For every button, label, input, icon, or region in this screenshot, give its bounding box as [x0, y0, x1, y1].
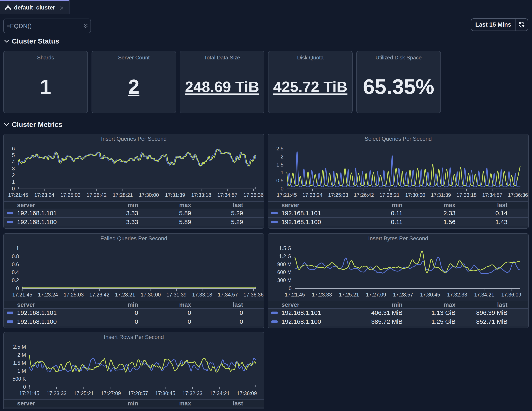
svg-text:1.2 G: 1.2 G — [279, 253, 292, 259]
svg-text:2: 2 — [281, 154, 284, 159]
svg-text:17:31:39: 17:31:39 — [165, 192, 185, 198]
svg-text:17:23:33: 17:23:33 — [46, 390, 66, 396]
svg-text:17:21:45: 17:21:45 — [8, 192, 28, 198]
svg-text:1: 1 — [16, 245, 19, 251]
svg-text:17:33:18: 17:33:18 — [191, 192, 211, 198]
svg-text:0: 0 — [12, 186, 15, 191]
svg-text:17:23:33: 17:23:33 — [312, 292, 332, 297]
svg-text:1 M: 1 M — [17, 368, 26, 374]
svg-text:17:36:09: 17:36:09 — [501, 292, 521, 297]
svg-text:17:33:18: 17:33:18 — [456, 192, 476, 198]
svg-text:17:34:57: 17:34:57 — [482, 192, 502, 198]
svg-text:17:34:21: 17:34:21 — [210, 390, 230, 396]
svg-text:17:34:21: 17:34:21 — [474, 292, 494, 297]
svg-text:17:26:42: 17:26:42 — [89, 292, 109, 297]
svg-text:17:21:45: 17:21:45 — [12, 292, 32, 297]
svg-text:500 K: 500 K — [13, 376, 26, 382]
svg-text:17:26:42: 17:26:42 — [87, 192, 107, 198]
svg-text:1: 1 — [281, 170, 284, 175]
svg-text:17:25:03: 17:25:03 — [60, 192, 80, 198]
svg-text:17:30:45: 17:30:45 — [155, 390, 175, 396]
svg-text:1.5 G: 1.5 G — [279, 245, 292, 251]
svg-text:17:21:45: 17:21:45 — [277, 192, 297, 198]
svg-text:17:25:03: 17:25:03 — [328, 192, 348, 198]
svg-text:0.5: 0.5 — [276, 178, 284, 183]
svg-text:17:23:24: 17:23:24 — [303, 192, 323, 198]
svg-text:17:32:33: 17:32:33 — [447, 292, 467, 297]
svg-text:0.6: 0.6 — [12, 261, 19, 267]
svg-text:0: 0 — [289, 285, 292, 291]
svg-text:1.5 M: 1.5 M — [13, 360, 26, 366]
svg-text:17:21:45: 17:21:45 — [19, 390, 39, 396]
svg-text:600 M: 600 M — [277, 269, 292, 275]
svg-text:2.5 M: 2.5 M — [13, 344, 26, 350]
svg-text:17:31:39: 17:31:39 — [431, 192, 451, 198]
svg-text:6: 6 — [12, 146, 15, 151]
svg-text:0.2: 0.2 — [12, 277, 19, 283]
svg-text:17:25:21: 17:25:21 — [74, 390, 94, 396]
svg-text:17:34:57: 17:34:57 — [217, 192, 237, 198]
svg-text:17:23:24: 17:23:24 — [38, 292, 58, 297]
svg-text:1: 1 — [12, 179, 15, 185]
svg-text:17:25:03: 17:25:03 — [64, 292, 84, 297]
svg-text:17:28:57: 17:28:57 — [393, 292, 413, 297]
svg-text:300 M: 300 M — [277, 277, 292, 283]
svg-text:17:30:00: 17:30:00 — [405, 192, 425, 198]
svg-text:17:27:09: 17:27:09 — [101, 390, 121, 396]
svg-text:5: 5 — [12, 152, 15, 158]
svg-text:900 M: 900 M — [277, 261, 292, 267]
svg-text:0: 0 — [23, 384, 26, 390]
svg-text:17:31:39: 17:31:39 — [166, 292, 186, 297]
svg-text:17:32:33: 17:32:33 — [182, 390, 202, 396]
svg-text:17:30:45: 17:30:45 — [420, 292, 440, 297]
svg-text:2 M: 2 M — [17, 352, 26, 358]
svg-text:17:27:09: 17:27:09 — [366, 292, 386, 297]
svg-text:2: 2 — [12, 172, 15, 178]
svg-text:17:28:57: 17:28:57 — [128, 390, 148, 396]
svg-text:17:36:36: 17:36:36 — [244, 192, 264, 198]
svg-text:17:23:24: 17:23:24 — [34, 192, 54, 198]
svg-text:0.8: 0.8 — [12, 253, 19, 259]
svg-text:0: 0 — [281, 186, 284, 191]
svg-text:17:33:18: 17:33:18 — [192, 292, 212, 297]
svg-text:17:21:45: 17:21:45 — [285, 292, 305, 297]
svg-text:1.5: 1.5 — [276, 162, 284, 167]
svg-text:17:36:36: 17:36:36 — [508, 192, 528, 198]
svg-text:17:25:21: 17:25:21 — [339, 292, 359, 297]
svg-text:17:28:21: 17:28:21 — [380, 192, 399, 198]
svg-text:17:36:09: 17:36:09 — [237, 390, 257, 396]
svg-text:17:36:36: 17:36:36 — [244, 292, 264, 297]
svg-text:3: 3 — [12, 166, 15, 171]
svg-text:0: 0 — [16, 285, 19, 291]
svg-text:17:34:57: 17:34:57 — [218, 292, 238, 297]
svg-text:17:30:00: 17:30:00 — [139, 192, 159, 198]
svg-text:17:28:21: 17:28:21 — [115, 292, 135, 297]
svg-text:2.5: 2.5 — [276, 146, 284, 151]
svg-text:17:30:00: 17:30:00 — [141, 292, 161, 297]
svg-text:0.4: 0.4 — [12, 269, 19, 275]
svg-text:4: 4 — [12, 159, 15, 165]
svg-text:17:28:21: 17:28:21 — [113, 192, 133, 198]
svg-text:17:26:42: 17:26:42 — [354, 192, 374, 198]
